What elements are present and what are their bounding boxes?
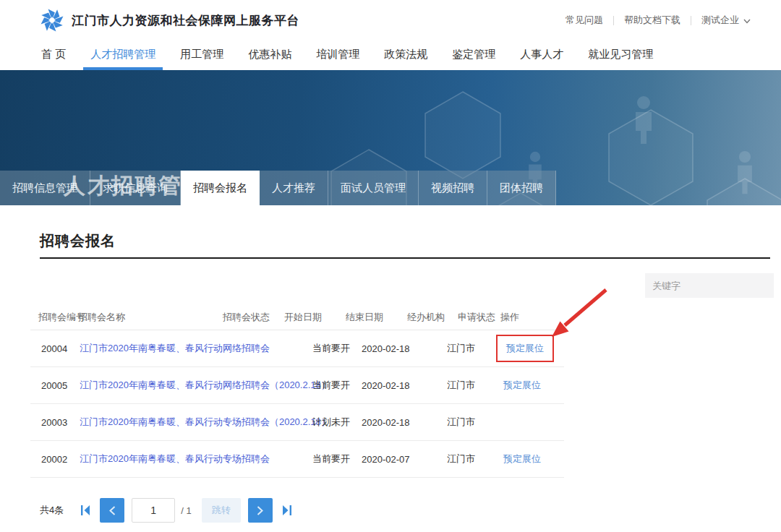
jobfair-name-link[interactable]: 江门市2020年南粤春暖、春风行动网络招聘会 [80, 342, 270, 355]
site-title: 江门市人力资源和社会保障网上服务平台 [72, 12, 299, 29]
table-header: 招聘会编号 招聘会名称 招聘会状态 开始日期 结束日期 经办机构 申请状态 操作 [0, 311, 781, 330]
jump-button[interactable]: 跳转 [202, 498, 241, 523]
nav-item-training[interactable]: 培训管理 [315, 40, 361, 70]
next-page-button[interactable] [248, 498, 273, 523]
prev-page-button[interactable] [100, 498, 124, 523]
jobfair-name-link[interactable]: 江门市2020年南粤春暖、春风行动专场招聘会 [80, 452, 270, 466]
cell-jobfair-id: 20003 [41, 416, 67, 427]
tab-bar: 招聘信息管理 求职信息查询 招聘会报名 人才推荐 面试人员管理 视频招聘 团体招… [0, 171, 556, 205]
tab-talent-recommend[interactable]: 人才推荐 [260, 171, 328, 205]
reserve-booth-link[interactable]: 预定展位 [503, 379, 541, 392]
search-input[interactable] [645, 280, 781, 291]
utility-links: 常见问题 帮助文档下载 测试企业 [566, 0, 751, 40]
nav-item-policy[interactable]: 政策法规 [383, 40, 429, 70]
cell-date: 2020-02-07 [362, 453, 410, 464]
main-nav: 首 页 人才招聘管理 用工管理 优惠补贴 培训管理 政策法规 鉴定管理 人事人才… [0, 40, 781, 70]
title-rule [40, 257, 770, 259]
nav-item-subsidy[interactable]: 优惠补贴 [247, 40, 293, 70]
highlight-red-box: 预定展位 [496, 335, 554, 362]
reserve-booth-link[interactable]: 预定展位 [503, 452, 541, 466]
cell-status: 当前要开 [312, 342, 350, 355]
pagination: 共4条 / 1 跳转 [40, 497, 294, 523]
faq-link[interactable]: 常见问题 [566, 14, 603, 27]
jobfair-name-link[interactable]: 江门市2020年南粤春暖、春风行动专场招聘会（2020.2.18） [80, 416, 330, 429]
search-box [645, 273, 774, 298]
total-count-label: 共4条 [40, 504, 64, 517]
cell-date: 2020-02-18 [362, 379, 410, 390]
cell-agency: 江门市 [447, 342, 475, 355]
cell-agency: 江门市 [447, 452, 475, 466]
nav-item-talent-recruitment[interactable]: 人才招聘管理 [89, 40, 157, 70]
cell-status: 计划未开 [312, 416, 350, 429]
cell-agency: 江门市 [447, 416, 475, 429]
col-agency: 经办机构 [407, 311, 445, 324]
tab-group-recruit[interactable]: 团体招聘 [487, 171, 556, 205]
cell-jobfair-id: 20002 [41, 453, 67, 464]
col-start-date: 开始日期 [284, 311, 322, 324]
cell-jobfair-id: 20005 [41, 379, 67, 390]
last-page-icon[interactable] [280, 498, 294, 523]
col-jobfair-status: 招聘会状态 [223, 311, 270, 324]
cell-status: 当前要开 [312, 452, 350, 466]
nav-item-appraisal[interactable]: 鉴定管理 [451, 40, 497, 70]
cell-date: 2020-02-18 [362, 343, 410, 353]
divider [613, 16, 614, 25]
tab-jobseeker-query[interactable]: 求职信息查询 [90, 171, 181, 205]
col-operation: 操作 [500, 311, 519, 324]
top-header: 江门市人力资源和社会保障网上服务平台 常见问题 帮助文档下载 测试企业 [0, 0, 781, 40]
page-number-input[interactable] [132, 498, 175, 523]
nav-item-home[interactable]: 首 页 [40, 40, 67, 70]
cell-agency: 江门市 [447, 379, 475, 392]
table-row: 20004 江门市2020年南粤春暖、春风行动网络招聘会 当前要开 2020-0… [0, 330, 781, 366]
pinwheel-logo-icon [40, 8, 64, 33]
nav-item-hr[interactable]: 人事人才 [518, 40, 565, 70]
hero-banner: 人才招聘管理 招聘信息管理 求职信息查询 招聘会报名 人才推荐 面试人员管理 视… [0, 70, 781, 205]
tab-recruit-info[interactable]: 招聘信息管理 [0, 171, 90, 205]
recruitment-platform-page: 江门市人力资源和社会保障网上服务平台 常见问题 帮助文档下载 测试企业 首 页 … [0, 0, 781, 532]
cell-status: 当前要开 [312, 379, 350, 392]
nav-item-employment[interactable]: 用工管理 [179, 40, 225, 70]
divider [691, 16, 691, 25]
table-row: 20005 江门市2020年南粤春暖、春风行动网络招聘会（2020.2.18） … [0, 366, 781, 403]
cell-date: 2020-02-18 [362, 416, 410, 427]
tab-interviewee-mgmt[interactable]: 面试人员管理 [328, 171, 419, 205]
brand: 江门市人力资源和社会保障网上服务平台 [40, 8, 299, 33]
tab-jobfair-signup[interactable]: 招聘会报名 [181, 171, 260, 205]
row-rule [30, 477, 564, 478]
page-count-label: / 1 [181, 505, 191, 516]
col-end-date: 结束日期 [346, 311, 383, 324]
nav-item-internship[interactable]: 就业见习管理 [586, 40, 654, 70]
page-title: 招聘会报名 [40, 231, 116, 251]
help-doc-link[interactable]: 帮助文档下载 [624, 14, 680, 27]
user-menu[interactable]: 测试企业 [701, 14, 751, 27]
reserve-booth-link[interactable]: 预定展位 [506, 342, 544, 355]
user-menu-label: 测试企业 [701, 14, 739, 27]
table-row: 20002 江门市2020年南粤春暖、春风行动专场招聘会 当前要开 2020-0… [0, 440, 781, 477]
cell-jobfair-id: 20004 [41, 343, 67, 353]
table-row: 20003 江门市2020年南粤春暖、春风行动专场招聘会（2020.2.18） … [0, 403, 781, 440]
col-jobfair-name: 招聘会名称 [78, 311, 125, 324]
jobfair-name-link[interactable]: 江门市2020年南粤春暖、春风行动网络招聘会（2020.2.18） [80, 379, 330, 392]
first-page-icon[interactable] [78, 498, 93, 523]
tab-video-recruit[interactable]: 视频招聘 [419, 171, 487, 205]
col-apply-status: 申请状态 [458, 311, 495, 324]
chevron-down-icon [739, 15, 751, 26]
